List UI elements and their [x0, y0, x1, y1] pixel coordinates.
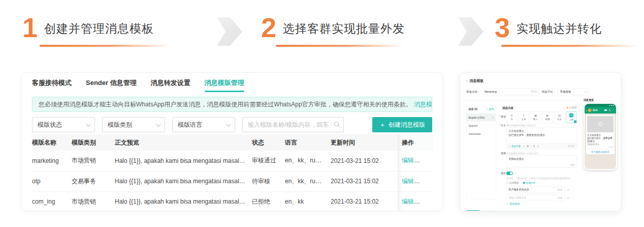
type-card-label: 视频 — [545, 118, 550, 121]
radio-label: 快速回复 — [526, 181, 535, 185]
template-category-select[interactable]: 模版类别 — [102, 117, 165, 132]
search-input[interactable] — [242, 117, 344, 132]
table-row: marketing 市场营销 Halo {{1}}, apakah kami b… — [32, 151, 433, 171]
tab-sender-info[interactable]: Sender 信息管理 — [86, 78, 137, 92]
tab-customer-service-mode[interactable]: 客服接待模式 — [32, 78, 72, 92]
code-icon[interactable]: ⟨⟩ — [537, 145, 539, 148]
phone-preview: ‹ Jack ⋮ 正文内容显示 — [584, 103, 617, 170]
message-preview-title: 消息预览 — [584, 98, 594, 102]
cell-name: marketing — [32, 151, 72, 171]
message-content-title: 消息内容 — [502, 106, 513, 110]
body-text-line: 折行显示异常，需要使用{{}}显示 — [509, 133, 575, 137]
button-text-row: 请输入按钮文本 0/25 ⊖ — [506, 194, 569, 201]
footer-label: 页脚 — [494, 152, 506, 155]
body-label: 正文 — [494, 124, 506, 127]
delete-link[interactable]: 删除 — [419, 198, 431, 205]
location-pin-icon — [569, 114, 573, 118]
preview-footer-line: 页脚内容显示 — [587, 143, 614, 146]
chat-body: 正文内容显示 折行显示异常，需要使用{{}}显示 页脚内容显示 15:02 客户… — [585, 114, 616, 169]
type-file-card[interactable]: ▤ 文件 — [554, 111, 565, 123]
bold-icon[interactable]: B — [527, 145, 529, 148]
template-language-select[interactable]: 模版语言 — [172, 117, 235, 132]
radio-label: 行动号召 — [510, 181, 519, 185]
video-call-icon — [604, 109, 607, 111]
location-image-placeholder — [587, 116, 614, 132]
image-icon: ▣ — [534, 114, 537, 117]
add-variable-link[interactable]: ＋ 添加变量 — [509, 145, 521, 148]
button-char-count: 8/25 — [558, 188, 563, 191]
tab-message-templates[interactable]: 消息模版管理 — [205, 78, 244, 92]
type-image-card[interactable]: ▣ 图片 — [530, 111, 541, 123]
save-button[interactable]: 保存 — [482, 210, 496, 211]
add-button-link[interactable]: ＋ 添加按钮 — [506, 202, 520, 206]
language-label: Indonesian — [469, 132, 481, 135]
text-icon: T — [523, 114, 525, 117]
step-3: 3 实现触达并转化 — [495, 13, 602, 42]
body-hint: 用任何您的语言输入消息正文 — [506, 124, 536, 127]
type-video-card[interactable]: ▶ 视频 — [542, 111, 553, 123]
template-category-value: 市场营销 — [560, 90, 571, 94]
type-card-label: 图片 — [533, 118, 538, 121]
radio-quick-reply[interactable]: 快速回复 — [523, 181, 536, 185]
template-name-input[interactable]: Marketing 9/512 — [482, 88, 540, 95]
language-item-indonesian[interactable]: Indonesian — [467, 130, 496, 138]
button-text-input-2[interactable]: 请输入按钮文本 0/25 — [506, 194, 565, 201]
cell-languages: en、kk、ru、en_GB — [285, 151, 331, 171]
whatsapp-template-overview: 1 创建并管理消息模板 2 选择客群实现批量外发 3 实现触达并转化 客服接待模… — [0, 0, 644, 227]
remove-button-icon[interactable]: ⊖ — [567, 188, 569, 191]
emoji-icon[interactable]: ☺ — [523, 145, 525, 148]
file-icon: ▤ — [558, 114, 561, 117]
location-pin-icon — [598, 121, 603, 126]
template-language-label: 模版语言 — [178, 121, 202, 129]
edit-link[interactable]: 编辑 — [402, 157, 414, 164]
back-icon[interactable]: ‹ — [466, 78, 467, 82]
step-1-underline — [40, 45, 171, 47]
delete-link[interactable]: 删除 — [419, 178, 431, 185]
italic-icon[interactable]: I — [531, 145, 531, 148]
remove-button-icon[interactable]: ⊖ — [567, 196, 569, 200]
template-name-value: Marketing — [485, 90, 497, 93]
delete-link[interactable]: 删除 — [419, 157, 431, 164]
edit-link[interactable]: 编辑 — [402, 178, 414, 185]
cell-preview: Halo {{1}}, apakah kami bisa mengatasi m… — [115, 171, 252, 191]
add-language-link[interactable]: ＋ 添加 — [486, 107, 494, 111]
edit-link[interactable]: 编辑 — [402, 198, 414, 205]
template-guide-link[interactable]: 消息模版申请指南 — [414, 100, 432, 109]
submit-button[interactable]: 提交 — [466, 210, 480, 211]
chevron-down-icon — [584, 91, 586, 93]
type-card-label: 位置 — [569, 118, 574, 122]
language-sidebar: 语言 (3) ＋ 添加 English (USA) ⊙ Spanish Indo… — [466, 105, 496, 200]
buttons-hint: 开启后，可添加按钮，以便客户针对您发起的消息快速采取操作 — [506, 177, 583, 180]
language-item-spanish[interactable]: Spanish — [467, 122, 496, 130]
footer-textarea[interactable]: 页脚内容显示 0/60 — [506, 155, 577, 167]
editor-title-text: 消息模版 — [469, 78, 484, 82]
cell-updated: 2021-03-21 15:02 — [331, 191, 398, 211]
video-icon: ▶ — [546, 114, 549, 117]
buttons-label: 按钮 — [494, 172, 506, 175]
preview-body-line: 折行显示异常，需要使用{{}}显示 — [587, 136, 614, 143]
create-template-button[interactable]: ＋ 创建消息模版 — [372, 117, 432, 132]
buttons-toggle[interactable] — [506, 172, 513, 175]
cell-actions: 编辑删除 — [398, 191, 433, 211]
col-template-name: 模版名称 — [32, 134, 72, 151]
template-status-select[interactable]: 模版状态 — [32, 117, 95, 132]
type-location-card[interactable]: 位置 — [566, 111, 577, 123]
template-table: 模版名称 模版类别 正文预览 状态 语言 更新时间 操作 marketing 市… — [32, 134, 433, 211]
editor-page-title: ‹消息模版 — [466, 78, 484, 83]
col-body-preview: 正文预览 — [115, 134, 252, 151]
search-icon — [334, 122, 339, 126]
radio-call-to-action[interactable]: 行动号召 — [506, 181, 519, 185]
strikethrough-icon[interactable]: S — [533, 145, 535, 148]
cell-status: 审核通过 — [252, 151, 285, 171]
type-none-card[interactable]: ⊘ 无 — [506, 111, 517, 123]
chevron-down-icon — [226, 122, 231, 127]
step-1-label: 创建并管理消息模板 — [44, 19, 154, 37]
tab-message-forwarding[interactable]: 消息转发设置 — [151, 78, 190, 92]
button-text-input-1[interactable]: 客户服务咨询内容 8/25 — [506, 186, 565, 193]
col-language: 语言 — [285, 134, 331, 151]
type-text-card[interactable]: T 文本 — [519, 111, 529, 123]
body-textarea[interactable]: 正文内容显示 折行显示异常，需要使用{{}}显示 ＋ 添加变量 ☺ B I S … — [506, 127, 577, 149]
template-category-dropdown[interactable]: 市场营销 — [558, 88, 588, 95]
language-item-english[interactable]: English (USA) ⊙ — [467, 114, 496, 122]
step-1: 1 创建并管理消息模板 — [22, 13, 154, 42]
